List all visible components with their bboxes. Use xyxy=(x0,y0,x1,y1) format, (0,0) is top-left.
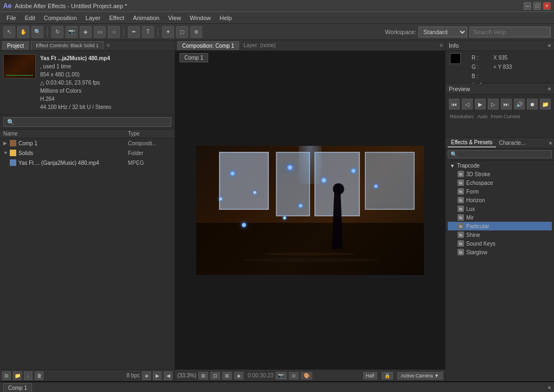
info-menu-icon[interactable]: ≡ xyxy=(548,43,551,48)
timeline-menu-icon[interactable]: ≡ xyxy=(548,385,551,390)
search-input[interactable] xyxy=(469,27,551,37)
effect-group-header[interactable]: ▼ Trapcode xyxy=(448,162,552,170)
effect-item[interactable]: fx Sound Keys xyxy=(448,239,552,248)
menu-view[interactable]: View xyxy=(164,14,185,22)
tool-clone[interactable]: ✦ xyxy=(162,26,174,38)
left-panel: Project Effect Controls: Black Solid 1 ≡… xyxy=(0,40,175,381)
preview-loop-btn[interactable]: ⏺ xyxy=(527,99,538,110)
effect-item[interactable]: fx Horizon xyxy=(448,196,552,204)
bpc-label: 8 bpc xyxy=(127,372,140,378)
effect-item[interactable]: fx Echospace xyxy=(448,178,552,187)
project-search-input[interactable] xyxy=(3,117,171,127)
effects-tab[interactable]: Effects & Presets xyxy=(448,138,496,147)
comp-color-btn[interactable]: 🎨 xyxy=(301,372,312,380)
project-panel: Yas Ft ...ja2Music) 480.mp4 , used 1 tim… xyxy=(0,51,175,369)
panel-menu-icon[interactable]: ≡ xyxy=(107,42,110,48)
preview-first-btn[interactable]: ⏮ xyxy=(449,99,460,110)
preview-prev-btn[interactable]: ◁ xyxy=(462,99,473,110)
comp-panel-menu[interactable]: ≡ xyxy=(440,42,443,48)
list-item[interactable]: Yas Ft ... (Ganja2Music) 480.mp4 MPEG xyxy=(0,158,175,168)
character-tab[interactable]: Characte... xyxy=(496,139,529,147)
preview-play-btn[interactable]: ▶ xyxy=(475,99,486,110)
preview-title: Preview xyxy=(449,86,470,92)
effect-item[interactable]: fx Starglow xyxy=(448,248,552,256)
project-panel-bottom: ⊞ 📁 ↓ 🗑 8 bpc ◈ ▶ ◀ xyxy=(0,369,175,381)
tab-effect-controls[interactable]: Effect Controls: Black Solid 1 xyxy=(31,41,104,49)
effect-item[interactable]: fx Form xyxy=(448,187,552,196)
effect-item[interactable]: fx 3D Stroke xyxy=(448,170,552,178)
effect-item[interactable]: fx Mir xyxy=(448,213,552,222)
preview-audio-btn[interactable]: 🔊 xyxy=(514,99,525,110)
effects-search-input[interactable] xyxy=(448,150,552,158)
thumbnail-info: Yas Ft ...ja2Music) 480.mp4 , used 1 tim… xyxy=(40,54,111,111)
tool-mask-ellipse[interactable]: ○ xyxy=(108,26,120,38)
new-item-btn[interactable]: ⊞ xyxy=(2,371,11,380)
menu-bar: File Edit Composition Layer Effect Anima… xyxy=(0,12,554,24)
effect-item[interactable]: fx Lux xyxy=(448,204,552,213)
active-camera-btn[interactable]: Active Camera ▼ xyxy=(397,372,443,380)
new-folder-btn[interactable]: 📁 xyxy=(13,371,22,380)
menu-effect[interactable]: Effect xyxy=(105,14,128,22)
effects-list: ▼ Trapcode fx 3D Stroke fx Echospace fx … xyxy=(446,160,554,381)
effect-name: Shine xyxy=(466,232,480,238)
preview-menu-icon[interactable]: ≡ xyxy=(548,86,551,92)
tool-mask-rect[interactable]: ▭ xyxy=(94,26,106,38)
tool-rotate[interactable]: ↻ xyxy=(51,26,63,38)
timeline-tab[interactable]: Comp 1 xyxy=(3,383,32,392)
comp-camera-btn[interactable]: 📷 xyxy=(275,372,287,380)
settings-btn[interactable]: ◈ xyxy=(142,371,151,380)
comp-snap-btn[interactable]: ⊞ xyxy=(198,372,208,380)
menu-help[interactable]: Help xyxy=(215,14,236,22)
comp-lock-btn[interactable]: 🔒 xyxy=(382,372,393,380)
file-item-type: Folder xyxy=(128,150,171,156)
menu-animation[interactable]: Animation xyxy=(128,14,164,22)
menu-composition[interactable]: Composition xyxy=(40,14,81,22)
workspace-label: Workspace: xyxy=(385,29,416,35)
tool-behind[interactable]: ◈ xyxy=(80,26,92,38)
effects-menu-icon[interactable]: ≡ xyxy=(549,140,552,146)
comp-grid-btn[interactable]: ⊡ xyxy=(210,372,220,380)
menu-layer[interactable]: Layer xyxy=(81,14,105,22)
maximize-button[interactable]: □ xyxy=(533,2,541,10)
tool-camera[interactable]: 📷 xyxy=(66,26,78,38)
effect-icon: fx xyxy=(458,232,464,238)
effect-name: Echospace xyxy=(466,180,493,186)
tool-puppet[interactable]: ⊕ xyxy=(190,26,202,38)
tool-text[interactable]: T xyxy=(142,26,154,38)
comp-tab[interactable]: Comp 1 xyxy=(179,53,208,62)
active-camera-label: Active Camera xyxy=(401,373,433,378)
file-codec: H.264 xyxy=(40,95,111,103)
delete-btn[interactable]: 🗑 xyxy=(35,371,43,380)
tool-select[interactable]: ↖ xyxy=(3,26,15,38)
menu-window[interactable]: Window xyxy=(185,14,215,22)
comp-alpha-btn[interactable]: ◈ xyxy=(234,372,243,380)
render-btn[interactable]: ◀ xyxy=(164,371,172,380)
tool-zoom[interactable]: 🔍 xyxy=(31,26,43,38)
comp-viewer[interactable]: Comp 1 xyxy=(175,51,445,369)
close-button[interactable]: ✕ xyxy=(543,2,551,10)
group-name: Trapcode xyxy=(457,163,480,169)
preview-save-btn[interactable]: 📁 xyxy=(540,99,551,110)
list-item[interactable]: ▶ Comp 1 Compositi... xyxy=(0,138,175,148)
tool-eraser[interactable]: ◻ xyxy=(176,26,188,38)
minimize-button[interactable]: ─ xyxy=(524,2,531,10)
flow-btn[interactable]: ▶ xyxy=(153,371,162,380)
tool-pen[interactable]: ✒ xyxy=(128,26,140,38)
effect-item[interactable]: fx Particular xyxy=(448,222,552,230)
comp-exposure-btn[interactable]: ⊙ xyxy=(289,372,299,380)
comp-quality[interactable]: Half xyxy=(363,372,377,380)
effect-item[interactable]: fx Shine xyxy=(448,230,552,239)
menu-edit[interactable]: Edit xyxy=(21,14,40,22)
tab-project[interactable]: Project xyxy=(2,41,29,50)
title-bar: Ae Adobe After Effects - Untitled Projec… xyxy=(0,0,554,12)
list-item[interactable]: ▼ Solids Folder xyxy=(0,148,175,158)
file-name: Yas Ft ...ja2Music) 480.mp4 xyxy=(40,54,111,62)
preview-last-btn[interactable]: ⏭ xyxy=(501,99,512,110)
import-btn[interactable]: ↓ xyxy=(24,371,33,380)
comp-header-tab[interactable]: Composition: Comp 1 xyxy=(177,41,239,50)
tool-hand[interactable]: ✋ xyxy=(17,26,29,38)
preview-next-btn[interactable]: ▷ xyxy=(488,99,499,110)
comp-safe-btn[interactable]: ⊞ xyxy=(222,372,232,380)
menu-file[interactable]: File xyxy=(2,14,21,22)
workspace-select[interactable]: Standard xyxy=(418,27,467,37)
